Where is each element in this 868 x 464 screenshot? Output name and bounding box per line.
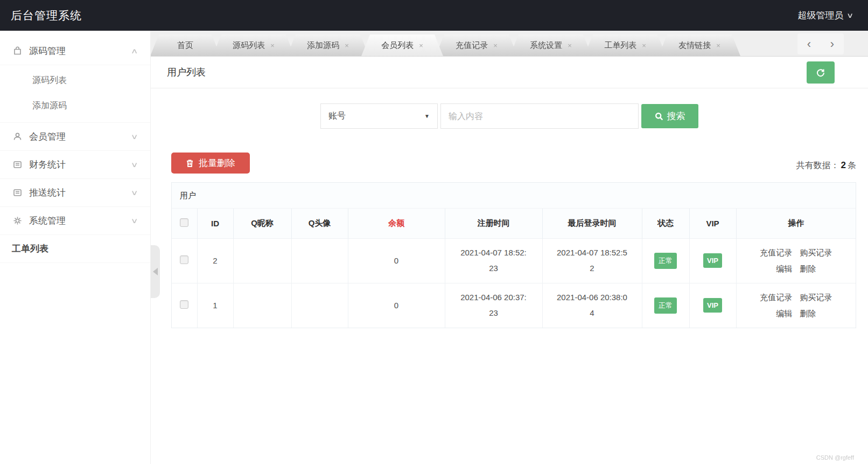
col-header-qavatar: Q头像 (291, 209, 348, 238)
tab-work-orders[interactable]: 工单列表 × (584, 34, 666, 56)
cell-id: 2 (197, 238, 233, 283)
sidebar-item-label: 源码管理 (29, 45, 66, 57)
sidebar-collapse-handle[interactable] (151, 245, 160, 298)
table-row: 1 0 2021-04-06 20:37:23 2021-04-06 20:38… (172, 283, 856, 328)
tab-system-settings[interactable]: 系统设置 × (510, 34, 592, 56)
page-head: 用户列表 (151, 57, 868, 88)
action-recharge-records[interactable]: 充值记录 (760, 293, 792, 302)
action-recharge-records[interactable]: 充值记录 (760, 248, 792, 257)
sidebar-item-finance-stats[interactable]: 财务统计 ∨ (0, 151, 150, 179)
record-count-value: 2 (841, 160, 846, 170)
sidebar-subitem-add-source[interactable]: 添加源码 (0, 93, 150, 118)
action-delete[interactable]: 删除 (800, 309, 816, 318)
scroll-right-icon[interactable]: › (830, 38, 834, 50)
tab-home[interactable]: 首页 (151, 34, 220, 56)
sidebar: 源码管理 ∧ 源码列表 添加源码 会员管理 ∨ 财务统计 ∨ 推送统计 (0, 31, 151, 464)
user-table-card: 用户 ID Q昵称 Q头像 余额 注册时间 最后登录时间 (171, 182, 856, 328)
close-icon[interactable]: × (493, 41, 498, 50)
page-title: 用户列表 (167, 66, 852, 79)
record-count: 共有数据：2条 (796, 160, 856, 174)
dropdown-caret-icon: ▼ (424, 113, 430, 119)
chevron-down-icon: ∨ (131, 133, 138, 141)
close-icon[interactable]: × (716, 41, 720, 50)
app-title: 后台管理系统 (11, 8, 82, 23)
close-icon[interactable]: × (270, 41, 275, 50)
refresh-button[interactable] (807, 61, 835, 84)
action-edit[interactable]: 编辑 (776, 309, 792, 318)
action-edit[interactable]: 编辑 (776, 264, 792, 273)
batch-delete-button[interactable]: 批量删除 (171, 153, 250, 174)
cell-register-time: 2021-04-06 20:37:23 (445, 283, 542, 328)
status-badge[interactable]: 正常 (654, 253, 677, 269)
col-header-last-login: 最后登录时间 (542, 209, 642, 238)
col-header-actions: 操作 (736, 209, 856, 238)
chevron-up-icon: ∧ (131, 47, 138, 55)
close-icon[interactable]: × (419, 41, 423, 50)
sidebar-item-source-mgmt[interactable]: 源码管理 ∧ (0, 37, 150, 65)
push-icon (12, 188, 23, 198)
cell-qavatar (291, 238, 348, 283)
col-header-balance: 余额 (348, 209, 445, 238)
row-checkbox[interactable] (180, 255, 188, 264)
sidebar-item-label: 财务统计 (29, 158, 66, 171)
app-header: 后台管理系统 超级管理员 ∨ (0, 0, 868, 31)
sidebar-item-label: 会员管理 (29, 130, 66, 143)
chevron-down-icon: ∨ (131, 217, 138, 225)
cell-balance: 0 (348, 283, 445, 328)
sidebar-item-system-mgmt[interactable]: 系统管理 ∨ (0, 207, 150, 235)
search-icon (655, 112, 663, 121)
action-purchase-records[interactable]: 购买记录 (800, 248, 832, 257)
cell-balance: 0 (348, 238, 445, 283)
scroll-left-icon[interactable]: ‹ (807, 38, 811, 50)
close-icon[interactable]: × (642, 41, 646, 50)
col-header-vip: VIP (689, 209, 736, 238)
tab-friend-links[interactable]: 友情链接 × (659, 34, 740, 56)
vip-badge[interactable]: VIP (703, 298, 722, 313)
user-menu[interactable]: 超级管理员 ∨ (797, 9, 853, 22)
row-actions: 充值记录 购买记录 编辑 删除 (753, 289, 839, 322)
sidebar-submenu-source: 源码列表 添加源码 (0, 65, 150, 123)
user-icon (12, 131, 23, 142)
tab-member-list[interactable]: 会员列表 × (361, 34, 443, 56)
tab-recharge-records[interactable]: 充值记录 × (436, 34, 517, 56)
cell-qnickname (233, 238, 291, 283)
watermark: CSDN @rgfeff (816, 454, 854, 461)
sidebar-item-work-orders[interactable]: 工单列表 (0, 235, 150, 263)
sidebar-subitem-source-list[interactable]: 源码列表 (0, 67, 150, 93)
close-icon[interactable]: × (345, 41, 349, 50)
sidebar-item-label: 系统管理 (29, 214, 66, 227)
gear-icon (12, 216, 23, 226)
vip-badge[interactable]: VIP (703, 253, 722, 268)
bag-icon (12, 46, 23, 57)
search-field-select[interactable]: 账号 ▼ (320, 103, 438, 129)
select-all-checkbox[interactable] (180, 218, 188, 227)
sidebar-item-label: 工单列表 (12, 243, 48, 255)
sidebar-item-member-mgmt[interactable]: 会员管理 ∨ (0, 123, 150, 151)
action-delete[interactable]: 删除 (800, 264, 816, 273)
sidebar-item-label: 推送统计 (29, 186, 66, 199)
row-checkbox[interactable] (180, 300, 188, 309)
cell-register-time: 2021-04-07 18:52:23 (445, 238, 542, 283)
sidebar-item-push-stats[interactable]: 推送统计 ∨ (0, 179, 150, 207)
col-header-status: 状态 (642, 209, 689, 238)
search-button[interactable]: 搜索 (641, 104, 698, 128)
col-header-qnickname: Q昵称 (233, 209, 291, 238)
tab-source-list[interactable]: 源码列表 × (213, 34, 295, 56)
cell-qnickname (233, 283, 291, 328)
action-purchase-records[interactable]: 购买记录 (800, 293, 832, 302)
table-caption: 用户 (172, 183, 856, 209)
finance-icon (12, 160, 23, 170)
tab-bar: 首页 源码列表 × 添加源码 × 会员列表 × 充值记录 × 系统设置 × (151, 31, 868, 57)
search-input[interactable] (440, 103, 639, 129)
row-actions: 充值记录 购买记录 编辑 删除 (753, 245, 839, 277)
main-content: 首页 源码列表 × 添加源码 × 会员列表 × 充值记录 × 系统设置 × (151, 31, 868, 464)
chevron-down-icon: ∨ (131, 189, 138, 197)
col-header-id: ID (197, 209, 233, 238)
refresh-icon (816, 68, 825, 78)
cell-id: 1 (197, 283, 233, 328)
tab-scroll-controls: ‹ › (797, 33, 844, 54)
cell-last-login: 2021-04-06 20:38:04 (542, 283, 642, 328)
close-icon[interactable]: × (568, 41, 572, 50)
tab-add-source[interactable]: 添加源码 × (287, 34, 369, 56)
status-badge[interactable]: 正常 (654, 297, 677, 314)
